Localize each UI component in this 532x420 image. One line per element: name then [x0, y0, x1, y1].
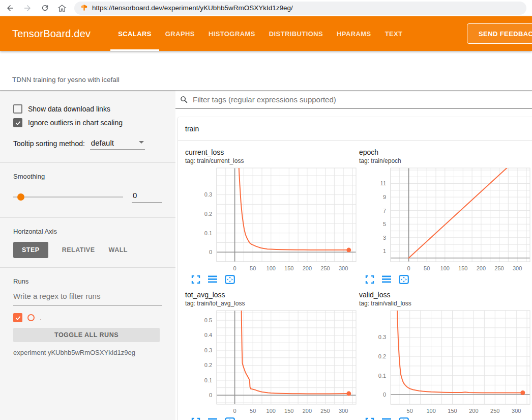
svg-text:150: 150 — [284, 265, 293, 271]
checkbox-label: Ignore outliers in chart scaling — [28, 119, 123, 127]
address-bar[interactable]: https://tensorboard.dev/experiment/yKUbh… — [74, 2, 526, 15]
chart-plot-area[interactable]: 1357911050100150200250300 — [359, 166, 532, 272]
fit-domain-icon[interactable] — [399, 275, 409, 284]
svg-text:0.1: 0.1 — [204, 377, 212, 383]
toggle-y-axis-icon[interactable] — [382, 275, 391, 284]
svg-text:50: 50 — [250, 408, 256, 414]
checkbox-label: Show data download links — [28, 105, 110, 113]
step-button[interactable]: STEP — [13, 242, 48, 258]
fit-domain-icon[interactable] — [225, 275, 235, 284]
tab-hparams[interactable]: HPARAMS — [337, 16, 371, 51]
wall-button[interactable]: WALL — [109, 242, 128, 258]
ignore-outliers-checkbox[interactable]: Ignore outliers in chart scaling — [13, 118, 162, 127]
slider-thumb[interactable] — [17, 193, 24, 201]
fullscreen-icon[interactable] — [191, 417, 200, 420]
select-value: default — [91, 138, 114, 147]
toggle-y-axis-icon[interactable] — [382, 417, 391, 420]
checkbox-checked-icon[interactable] — [13, 118, 22, 127]
chart-plot-area[interactable]: 00.10.20.3050100150200250300 — [185, 166, 358, 272]
relative-button[interactable]: RELATIVE — [62, 242, 95, 258]
svg-text:0: 0 — [233, 408, 237, 414]
svg-text:9: 9 — [383, 194, 386, 200]
runs-filter-input[interactable] — [13, 292, 162, 300]
svg-text:0.2: 0.2 — [378, 353, 386, 359]
toggle-y-axis-icon[interactable] — [208, 417, 217, 420]
show-download-links-checkbox[interactable]: Show data download links — [13, 104, 162, 114]
svg-text:0.4: 0.4 — [204, 332, 212, 338]
smoothing-value-field[interactable]: 0 — [132, 191, 162, 203]
chart-plot-area[interactable]: 00.10.20.350100150200250300 — [359, 309, 532, 414]
toggle-y-axis-icon[interactable] — [208, 275, 217, 284]
tag-group-header[interactable]: train — [178, 117, 532, 141]
chart-card: current_loss tag: train/current_loss 00.… — [185, 148, 359, 284]
fit-domain-icon[interactable] — [399, 417, 409, 420]
chart-title: current_loss — [185, 148, 359, 157]
reload-icon[interactable] — [40, 3, 50, 13]
chart-tag: tag: train/tot_avg_loss — [185, 299, 359, 307]
horizontal-axis-label: Horizontal Axis — [13, 228, 162, 235]
experiment-title: TDNN training for yesno with icefall — [12, 76, 120, 83]
smoothing-slider[interactable] — [13, 197, 123, 198]
back-arrow-icon[interactable] — [5, 3, 15, 13]
run-checkbox-checked-icon[interactable] — [13, 313, 22, 322]
url-text[interactable]: https://tensorboard.dev/experiment/yKUbh… — [92, 4, 293, 12]
page: https://tensorboard.dev/experiment/yKUbh… — [0, 0, 532, 420]
tooltip-sorting-row: Tooltip sorting method: default — [13, 138, 162, 150]
svg-text:300: 300 — [513, 265, 522, 271]
smoothing-label: Smoothing — [13, 173, 162, 180]
send-feedback-button[interactable]: SEND FEEDBACK — [467, 23, 532, 44]
checkbox-unchecked-icon[interactable] — [13, 104, 22, 114]
experiment-title-bar: TDNN training for yesno with icefall — [0, 51, 532, 91]
svg-text:0.3: 0.3 — [204, 347, 212, 353]
tooltip-sorting-select[interactable]: default — [90, 138, 145, 150]
brand-logo[interactable]: TensorBoard.dev — [12, 28, 91, 40]
fullscreen-icon[interactable] — [365, 275, 374, 284]
tab-graphs[interactable]: GRAPHS — [165, 16, 195, 51]
chart-card: valid_loss tag: train/valid_loss 00.10.2… — [359, 290, 532, 420]
tab-histograms[interactable]: HISTOGRAMS — [209, 16, 255, 51]
smoothing-slider-row: 0 — [13, 191, 162, 203]
fit-domain-icon[interactable] — [225, 417, 235, 420]
svg-text:300: 300 — [512, 408, 521, 414]
filter-tags-input[interactable] — [193, 95, 532, 104]
tab-text[interactable]: TEXT — [385, 16, 403, 51]
svg-text:200: 200 — [477, 265, 486, 271]
filter-tags-field[interactable] — [175, 91, 532, 109]
chart-actions — [359, 417, 532, 420]
svg-text:100: 100 — [426, 408, 435, 414]
svg-text:0: 0 — [383, 391, 386, 398]
chart-tag: tag: train/epoch — [359, 157, 532, 165]
divider — [0, 162, 175, 163]
svg-text:5: 5 — [383, 221, 386, 227]
run-list-item[interactable]: . — [13, 313, 162, 322]
svg-text:150: 150 — [284, 408, 293, 414]
chart-plot-area[interactable]: 00.10.20.30.40.5050100150200250300 — [185, 309, 358, 414]
svg-text:0.5: 0.5 — [204, 317, 212, 323]
tab-scalars[interactable]: SCALARS — [118, 16, 152, 51]
fullscreen-icon[interactable] — [191, 275, 200, 284]
forward-arrow-icon[interactable] — [22, 3, 33, 13]
chart-card: tot_avg_loss tag: train/tot_avg_loss 00.… — [185, 290, 359, 420]
runs-filter-field[interactable] — [13, 292, 162, 305]
search-icon — [180, 95, 189, 104]
chart-title: epoch — [359, 148, 532, 157]
toggle-all-runs-button[interactable]: TOGGLE ALL RUNS — [13, 328, 160, 342]
tab-distributions[interactable]: DISTRIBUTIONS — [269, 16, 323, 51]
svg-text:200: 200 — [303, 408, 312, 414]
chart-actions — [185, 417, 359, 420]
settings-sidebar: Show data download links Ignore outliers… — [0, 91, 175, 420]
nav-tabs: SCALARS GRAPHS HISTOGRAMS DISTRIBUTIONS … — [118, 16, 402, 51]
chart-card: epoch tag: train/epoch 13579110501001502… — [359, 148, 532, 284]
chart-title: valid_loss — [359, 290, 532, 299]
svg-text:150: 150 — [458, 265, 467, 271]
divider — [0, 217, 175, 218]
svg-text:11: 11 — [380, 180, 386, 186]
train-tag-card: train current_loss tag: train/current_lo… — [178, 117, 532, 420]
fullscreen-icon[interactable] — [365, 417, 374, 420]
svg-text:250: 250 — [494, 265, 504, 271]
svg-text:50: 50 — [424, 265, 430, 271]
tensorboard-favicon — [80, 4, 88, 12]
home-icon[interactable] — [57, 3, 67, 13]
chart-title: tot_avg_loss — [185, 290, 359, 299]
experiment-caption: experiment yKUbhb5wRmOSXYkId1z9eg — [13, 349, 162, 356]
